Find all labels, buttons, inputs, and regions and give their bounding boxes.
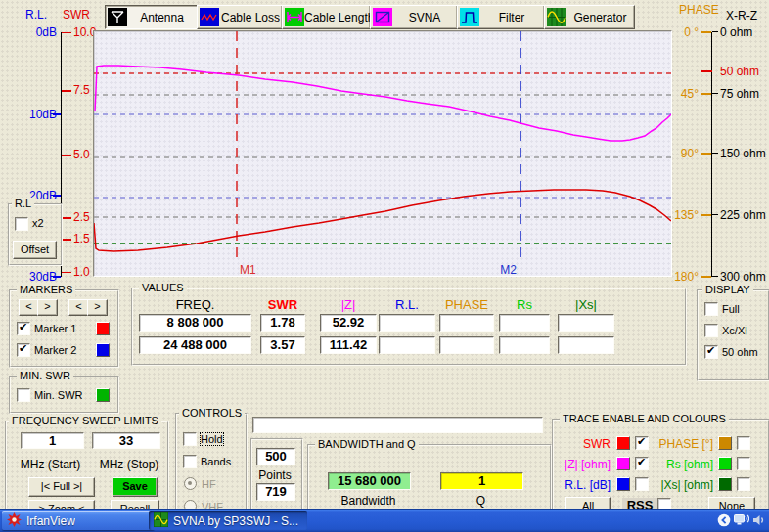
- trace-swr-swatch[interactable]: [616, 436, 630, 450]
- marker1-prev-button[interactable]: <: [19, 299, 39, 316]
- offset-button[interactable]: Offset: [13, 241, 57, 259]
- q-value: 1: [440, 472, 523, 490]
- value-rl-m2: [379, 336, 435, 354]
- markers-group: MARKERS < > < > Marker 1 Marker 2: [9, 289, 119, 368]
- values-header-xs: |Xs|: [558, 297, 614, 312]
- trace-swr-label: SWR: [558, 437, 611, 451]
- value-xs-m2: [558, 336, 614, 354]
- group-caption: TRACE ENABLE AND COLOURS: [560, 413, 729, 425]
- values-header-rl: R.L.: [379, 297, 435, 312]
- points-label: Points: [252, 468, 297, 482]
- trace-xs-checkbox[interactable]: [737, 477, 750, 491]
- trace-swr-checkbox[interactable]: [635, 436, 649, 450]
- swr-tick-label: 2.5: [73, 210, 90, 224]
- start-frequency-input[interactable]: [21, 432, 84, 449]
- ohm-tick-label: 50 ohm: [720, 65, 759, 78]
- swr-axis-title: SWR: [63, 8, 90, 22]
- values-header-phase: PHASE: [439, 297, 494, 312]
- cable-loss-icon: [200, 8, 219, 26]
- tray-network-icon[interactable]: [734, 513, 749, 529]
- trace-rs-swatch[interactable]: [718, 457, 732, 470]
- taskbar-button-label: IrfanView: [26, 514, 75, 528]
- toolbar-button-label: Antenna: [127, 11, 197, 24]
- group-caption: R.L: [12, 198, 34, 210]
- values-header-rs: Rs: [499, 297, 550, 312]
- display-xcxl-label: Xc/Xl: [722, 325, 747, 336]
- marker1-checkbox[interactable]: [17, 322, 30, 335]
- taskbar-button-svna[interactable]: SVNA by SP3SWJ - S...: [149, 511, 307, 530]
- x2-checkbox[interactable]: [15, 217, 28, 231]
- bands-label: Bands: [201, 456, 231, 467]
- xrz-axis-title: X-R-Z: [726, 9, 757, 22]
- marker2-color-swatch[interactable]: [96, 343, 110, 357]
- min-swr-color-swatch[interactable]: [96, 388, 110, 402]
- taskbar: IrfanView SVNA by SP3SWJ - S...: [0, 509, 769, 532]
- group-caption: VALUES: [139, 282, 187, 294]
- irfanview-icon: [7, 512, 22, 530]
- full-sweep-button[interactable]: |< Full >|: [28, 477, 95, 497]
- tray-collapse-chevron-icon[interactable]: [717, 513, 731, 529]
- trace-xs-swatch[interactable]: [718, 477, 732, 491]
- ohm-tick-label: 0 ohm: [720, 25, 752, 39]
- value-rs-m1: [499, 314, 550, 332]
- ohm-tick-label: 300 ohm: [720, 270, 766, 284]
- trace-phase-label: PHASE [°]: [652, 437, 713, 451]
- swr-tick-label: 7.5: [73, 83, 90, 97]
- marker2-next-button[interactable]: >: [87, 299, 108, 316]
- toolbar-button-label: Cable Loss: [219, 11, 282, 24]
- svna-icon: [373, 8, 392, 26]
- value-freq-m2: 24 488 000: [139, 336, 251, 354]
- trace-rs-checkbox[interactable]: [737, 457, 750, 470]
- trace-rl-checkbox[interactable]: [635, 477, 649, 491]
- value-z-m1: 52.92: [320, 314, 377, 332]
- value-freq-m1: 8 808 000: [139, 314, 251, 332]
- group-caption: MIN. SWR: [17, 370, 73, 382]
- marker2-checkbox[interactable]: [17, 343, 30, 357]
- toolbar-button-antenna[interactable]: Antenna: [105, 5, 198, 29]
- toolbar-button-cable-length[interactable]: Cable Length: [282, 5, 371, 29]
- start-frequency-label: MHz (Start): [9, 458, 92, 471]
- value-rl-m1: [379, 314, 435, 332]
- toolbar-button-generator[interactable]: Generator: [544, 5, 635, 29]
- stop-frequency-input[interactable]: [92, 432, 160, 449]
- min-swr-checkbox[interactable]: [17, 388, 30, 402]
- group-caption: FREQUENCY SWEEP LIMITS: [9, 415, 161, 427]
- swr-tick-label: 1.5: [73, 232, 90, 245]
- toolbar-button-svna[interactable]: SVNA: [370, 5, 458, 29]
- sweep-chart[interactable]: M1M2: [93, 30, 672, 277]
- toolbar-button-label: Cable Length: [304, 11, 374, 24]
- marker1-next-button[interactable]: >: [37, 299, 58, 316]
- hold-checkbox[interactable]: [183, 432, 197, 446]
- value-swr-m2: 3.57: [260, 336, 305, 354]
- trace-z-checkbox[interactable]: [635, 457, 649, 470]
- swr-tick-label: 1.0: [73, 265, 90, 279]
- rl-axis-title: R.L.: [25, 8, 47, 22]
- taskbar-button-label: SVNA by SP3SWJ - S...: [173, 514, 298, 528]
- ohm-tick-label: 150 ohm: [720, 147, 766, 160]
- group-caption: CONTROLS: [179, 407, 245, 420]
- toolbar-button-filter[interactable]: Filter: [457, 5, 545, 29]
- trace-rl-swatch[interactable]: [616, 477, 630, 491]
- display-50ohm-checkbox[interactable]: [704, 345, 718, 359]
- bands-checkbox[interactable]: [183, 455, 197, 468]
- toolbar-button-cable-loss[interactable]: Cable Loss: [197, 5, 283, 29]
- display-full-checkbox[interactable]: [704, 302, 718, 316]
- trace-phase-swatch[interactable]: [718, 436, 732, 450]
- values-header-z: |Z|: [320, 297, 377, 312]
- trace-rs-label: Rs [ohm]: [652, 458, 713, 471]
- taskbar-button-irfanview[interactable]: IrfanView: [2, 511, 155, 530]
- toolbar-button-label: Generator: [566, 11, 634, 24]
- value-phase-m1: [439, 314, 494, 332]
- save-button[interactable]: Save: [113, 477, 158, 497]
- trace-z-swatch[interactable]: [616, 457, 630, 470]
- marker1-label: Marker 1: [34, 323, 76, 334]
- bandwidth-value: 15 680 000: [328, 472, 411, 490]
- command-input[interactable]: [252, 417, 543, 433]
- display-xcxl-checkbox[interactable]: [704, 324, 718, 337]
- hf-radio[interactable]: [184, 477, 197, 490]
- tray-volume-icon[interactable]: [752, 513, 766, 529]
- value-xs-m1: [558, 314, 614, 332]
- trace-phase-checkbox[interactable]: [737, 436, 750, 450]
- marker2-prev-button[interactable]: <: [68, 299, 89, 316]
- marker1-color-swatch[interactable]: [96, 322, 110, 335]
